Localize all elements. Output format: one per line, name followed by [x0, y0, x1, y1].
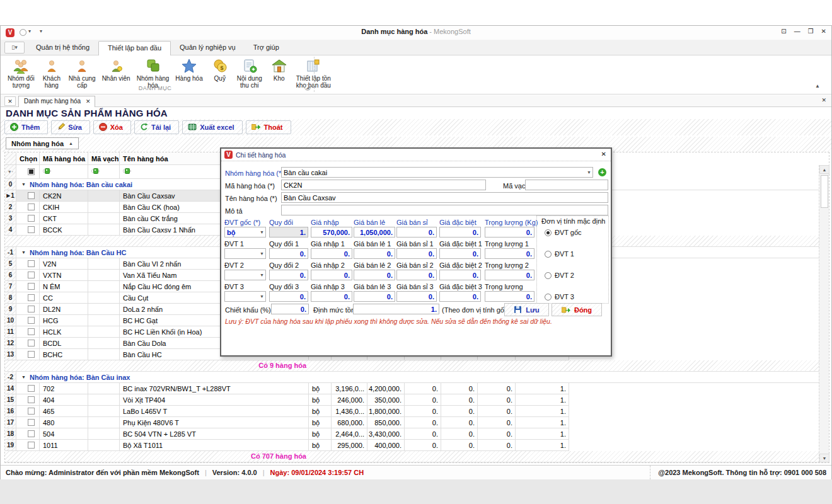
ribbon-item-employee[interactable]: Nhân viên [99, 57, 134, 83]
row-checkbox[interactable] [28, 442, 35, 449]
tab-danh-muc-hang-hoa[interactable]: Danh mục hàng hóa✕ [18, 96, 95, 107]
desc-input[interactable] [281, 205, 608, 215]
column-header-1[interactable]: Chọn [16, 152, 40, 165]
stock-limit-input[interactable]: 1. [353, 304, 439, 314]
group-by-chip[interactable]: Nhóm hàng hóa ▲ [6, 137, 79, 149]
unit-value-input[interactable]: 0. [485, 270, 534, 280]
unit-value-input[interactable]: 0. [396, 270, 437, 280]
excel-button[interactable]: Xuất excel [182, 120, 242, 134]
row-checkbox[interactable] [28, 203, 35, 210]
unit-select[interactable]: ▼ [224, 270, 266, 280]
unit-value-input[interactable]: 1,050,000. [354, 227, 395, 238]
unit-value-input[interactable]: 0. [354, 270, 395, 280]
unit-value-input[interactable]: 0. [269, 248, 308, 259]
unit-value-input[interactable]: 0. [485, 291, 534, 302]
table-row[interactable]: 17480Phụ Kiện 480V6 Tbộ680,000.850,000.0… [5, 417, 819, 428]
chevron-down-icon[interactable]: ▼ [260, 230, 264, 234]
ribbon-tab-trợ-giúp[interactable]: Trợ giúp [245, 41, 288, 55]
radio-icon[interactable] [545, 294, 552, 301]
unit-select[interactable]: bộ▼ [224, 227, 266, 238]
ribbon-item-product-star[interactable]: Hàng hóa [172, 57, 205, 83]
row-checkbox[interactable] [28, 430, 35, 437]
unit-value-input[interactable]: 0. [311, 248, 352, 259]
filter-icon[interactable] [40, 168, 51, 176]
collapse-group-icon[interactable]: ▼ [21, 375, 26, 379]
unit-value-input[interactable]: 570,000. [311, 227, 352, 238]
unit-value-input[interactable]: 1. [269, 227, 308, 238]
row-checkbox[interactable] [28, 260, 35, 267]
collapse-group-icon[interactable]: ▼ [21, 250, 26, 255]
ribbon-tab-quản-lý-nghiệp-vụ[interactable]: Quản lý nghiệp vụ [171, 41, 245, 55]
table-row[interactable]: 14702BC inax 702VRN/BW1_T +L288VTbộ3,196… [5, 383, 819, 394]
unit-value-input[interactable]: 0. [439, 270, 481, 280]
row-checkbox[interactable] [28, 294, 35, 301]
radio-icon[interactable] [545, 251, 552, 258]
discount-input[interactable]: 0. [271, 304, 309, 314]
scroll-down-icon[interactable]: ▼ [819, 454, 829, 462]
row-checkbox[interactable] [28, 385, 35, 392]
row-checkbox[interactable] [28, 351, 35, 358]
close-all-tabs-button[interactable]: ✕ [4, 96, 16, 106]
row-checkbox[interactable] [28, 419, 35, 426]
name-input[interactable]: Bàn Cầu Caxsav [281, 192, 608, 203]
table-row[interactable]: 18504BC 504 VTN + L285 VTbộ2,464,0...3,4… [5, 428, 819, 440]
radio-đvt-3[interactable]: ĐVT 3 [545, 293, 574, 301]
tab-close-icon[interactable]: ✕ [86, 98, 91, 105]
row-checkbox[interactable] [28, 215, 35, 222]
filter-icon[interactable] [88, 168, 100, 176]
barcode-input[interactable] [525, 180, 608, 190]
unit-value-input[interactable]: 0. [439, 227, 481, 238]
save-button[interactable]: Lưu [504, 303, 549, 316]
select-all-checkbox[interactable] [28, 168, 35, 175]
unit-value-input[interactable]: 0. [354, 248, 395, 259]
restore-icon[interactable]: ❒ [808, 28, 814, 35]
unit-value-input[interactable]: 0. [396, 291, 437, 302]
row-checkbox[interactable] [28, 226, 35, 233]
unit-value-input[interactable]: 0. [485, 227, 534, 238]
code-input[interactable]: CK2N [281, 180, 486, 190]
screen-icon[interactable]: ⊡ [781, 28, 786, 35]
add-button[interactable]: Thêm [4, 120, 48, 134]
chevron-down-icon[interactable]: ▼ [260, 294, 264, 299]
scrollbar-thumb[interactable] [821, 175, 828, 208]
table-row[interactable]: 15404Vòi Xịt TP404bộ246,000.350,000.0.0.… [5, 394, 819, 406]
ribbon-tab-quản-trị-hệ-thống[interactable]: Quản trị hệ thống [27, 41, 98, 55]
exit-button[interactable]: Thoát [246, 120, 291, 134]
edit-button[interactable]: Sửa [51, 120, 90, 134]
radio-icon[interactable] [545, 272, 552, 279]
unit-value-input[interactable]: 0. [269, 291, 308, 302]
unit-value-input[interactable]: 0. [439, 248, 481, 259]
chevron-down-icon[interactable]: ▼ [260, 251, 264, 256]
delete-button[interactable]: Xóa [93, 120, 131, 134]
radio-icon[interactable] [545, 229, 552, 236]
close-button[interactable]: Đóng [552, 303, 602, 316]
ribbon-item-fund-coins[interactable]: $Quỹ [206, 57, 234, 83]
row-checkbox[interactable] [28, 306, 35, 312]
tabstrip-close-icon[interactable]: ✕ [821, 97, 826, 103]
unit-select[interactable]: ▼ [224, 291, 266, 302]
scroll-up-icon[interactable]: ▲ [819, 165, 829, 174]
filter-icon[interactable] [120, 168, 131, 176]
row-checkbox[interactable] [28, 340, 35, 346]
row-checkbox[interactable] [28, 408, 35, 415]
unit-value-input[interactable]: 0. [311, 270, 352, 280]
unit-value-input[interactable]: 0. [311, 291, 352, 302]
row-checkbox[interactable] [28, 317, 35, 324]
unit-value-input[interactable]: 0. [485, 248, 534, 259]
vertical-scrollbar[interactable]: ▲ ▼ [819, 165, 829, 462]
chevron-down-icon[interactable]: ▼ [260, 273, 264, 277]
table-row[interactable]: 16465LaBo L465V Tbộ1,436,0...1,800,000.0… [5, 406, 819, 417]
radio-đvt-gốc[interactable]: ĐVT gốc [545, 229, 582, 236]
table-row[interactable]: 191011Bộ Xã T1011bộ295,000.400,000.0.0.0… [5, 440, 819, 451]
group-row[interactable]: ▼Nhóm hàng hóa: Bàn Cầu inax [16, 372, 819, 383]
dialog-close-icon[interactable]: ✕ [601, 151, 606, 158]
ribbon-collapse-icon[interactable]: ▲ [815, 83, 820, 89]
unit-value-input[interactable]: 0. [396, 248, 437, 259]
unit-value-input[interactable]: 0. [269, 270, 308, 280]
column-header-2[interactable]: Mã hàng hóa [40, 152, 88, 165]
row-checkbox[interactable] [28, 192, 35, 199]
radio-đvt-2[interactable]: ĐVT 2 [545, 272, 574, 279]
refresh-button[interactable]: Tải lại [134, 120, 179, 134]
row-checkbox[interactable] [28, 328, 35, 335]
radio-đvt-1[interactable]: ĐVT 1 [545, 250, 574, 258]
